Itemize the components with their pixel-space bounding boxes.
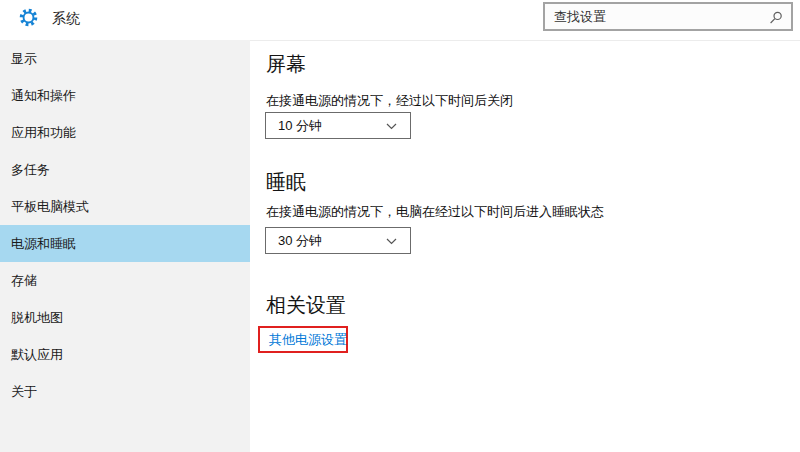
screen-timeout-value: 10 分钟 (278, 113, 322, 138)
screen-section-heading: 屏幕 (266, 51, 306, 78)
sidebar: 显示 通知和操作 应用和功能 多任务 平板电脑模式 电源和睡眠 存储 脱机地图 … (0, 40, 250, 452)
sidebar-item-multitasking[interactable]: 多任务 (0, 151, 250, 188)
search-box[interactable] (543, 2, 793, 31)
chevron-down-icon (386, 123, 397, 130)
sidebar-item-storage[interactable]: 存储 (0, 262, 250, 299)
settings-gear-icon (19, 8, 38, 27)
red-highlight-annotation: 其他电源设置 (258, 326, 348, 353)
sidebar-item-default-apps[interactable]: 默认应用 (0, 336, 250, 373)
search-icon[interactable] (769, 11, 783, 25)
sidebar-item-notifications[interactable]: 通知和操作 (0, 77, 250, 114)
sidebar-item-display[interactable]: 显示 (0, 40, 250, 77)
header: 系统 (0, 0, 800, 40)
sleep-timeout-description: 在接通电源的情况下，电脑在经过以下时间后进入睡眠状态 (266, 203, 604, 221)
page-title: 系统 (52, 0, 80, 36)
related-settings-heading: 相关设置 (266, 292, 346, 319)
search-input[interactable] (545, 4, 791, 29)
sidebar-item-apps-features[interactable]: 应用和功能 (0, 114, 250, 151)
sleep-section-heading: 睡眠 (266, 169, 306, 196)
additional-power-settings-link[interactable]: 其他电源设置 (269, 328, 347, 351)
sidebar-item-power-sleep[interactable]: 电源和睡眠 (0, 225, 250, 262)
sidebar-item-offline-maps[interactable]: 脱机地图 (0, 299, 250, 336)
screen-timeout-dropdown[interactable]: 10 分钟 (265, 112, 411, 139)
sidebar-item-about[interactable]: 关于 (0, 373, 250, 410)
sleep-timeout-value: 30 分钟 (278, 228, 322, 253)
screen-timeout-description: 在接通电源的情况下，经过以下时间后关闭 (266, 92, 513, 110)
sidebar-item-tablet-mode[interactable]: 平板电脑模式 (0, 188, 250, 225)
chevron-down-icon (386, 238, 397, 245)
sleep-timeout-dropdown[interactable]: 30 分钟 (265, 227, 411, 254)
